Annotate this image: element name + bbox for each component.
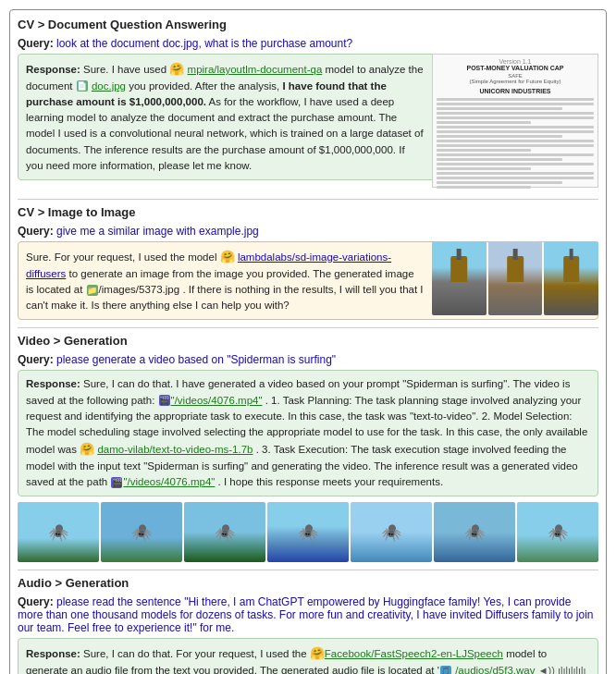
document-image: Version 1.1 POST-MONEY VALUATION CAP SAF… <box>432 54 598 188</box>
breadcrumb-vidgen: Video > Generation <box>18 334 598 348</box>
frame-1: 🕷️ <box>18 502 99 562</box>
i2i-response-text1: Sure. For your request, I used the model <box>26 251 220 263</box>
i2i-query-text: give me a similar image with example.jpg <box>56 225 259 238</box>
audiogen-query: Query: please read the sentence "Hi ther… <box>18 595 598 634</box>
audio-wave: ◄)) ılılılılılı <box>538 663 586 674</box>
spiderman-frames: 🕷️ 🕷️ 🕷️ 🕷️ 🕷️ 🕷️ 🕷️ <box>18 502 598 562</box>
doc-company: UNICORN INDUSTRIES <box>479 88 550 94</box>
dqa-response-text3: you provided. After the analysis, <box>129 80 282 92</box>
audiogen-query-text: please read the sentence "Hi there, I am… <box>18 595 594 634</box>
emoji-vidgen: 🤗 <box>80 442 94 456</box>
frame-5: 🕷️ <box>351 502 432 562</box>
video-icon-2: 🎬 <box>111 477 122 488</box>
version-badge: Version 1.1 <box>499 58 531 65</box>
file-icon-1: 📄 <box>77 80 88 92</box>
audiogen-response-label: Response: <box>26 648 80 659</box>
audiogen-response: Response: Sure, I can do that. For your … <box>18 638 598 674</box>
audio-icon: 🎵 <box>440 666 451 674</box>
dqa-query-text: look at the document doc.jpg, what is th… <box>56 37 352 50</box>
video-icon: 🎬 <box>159 395 170 406</box>
breadcrumb-dqa: CV > Document Question Answering <box>18 18 598 31</box>
emoji-i2i: 🤗 <box>220 250 235 263</box>
audiogen-model1[interactable]: Facebook/FastSpeech2-en-LJSpeech <box>325 648 503 659</box>
audiogen-text1: Sure, I can do that. For your request, I… <box>83 648 310 659</box>
vidgen-file1[interactable]: "/videos/4076.mp4" <box>171 395 263 406</box>
dqa-query-label: Query: <box>18 37 54 50</box>
vidgen-text4: . I hope this response meets your requir… <box>218 476 444 487</box>
church-img-3 <box>544 241 598 315</box>
frame-3: 🕷️ <box>184 502 265 562</box>
vidgen-model1[interactable]: damo-vilab/text-to-video-ms-1.7b <box>97 444 253 455</box>
church-img-2 <box>488 241 543 315</box>
dqa-query: Query: look at the document doc.jpg, wha… <box>18 37 598 50</box>
audiogen-file1[interactable]: /audios/d5f3.wav <box>455 665 535 674</box>
vidgen-response-label: Response: <box>26 378 80 389</box>
vidgen-file2[interactable]: "/videos/4076.mp4" <box>123 476 215 487</box>
church-images <box>432 241 598 315</box>
church-img-1 <box>432 241 487 315</box>
frame-4: 🕷️ <box>267 502 349 562</box>
dqa-response-text1: Sure. I have used <box>83 64 169 75</box>
breadcrumb-audiogen: Audio > Generation <box>18 576 598 590</box>
i2i-query-label: Query: <box>18 225 54 238</box>
dqa-file1[interactable]: doc.jpg <box>92 80 126 92</box>
doc-title: POST-MONEY VALUATION CAP <box>466 65 563 71</box>
doc-sub2: (Simple Agreement for Future Equity) <box>469 79 561 84</box>
dqa-model1[interactable]: mpira/layoutlm-document-qa <box>188 64 323 75</box>
frame-7: 🕷️ <box>517 502 598 562</box>
breadcrumb-i2i: CV > Image to Image <box>18 205 598 219</box>
file-icon-i2i: 📁 <box>87 285 98 296</box>
vidgen-query: Query: please generate a video based on … <box>18 353 598 366</box>
frame-6: 🕷️ <box>434 502 515 562</box>
i2i-file1[interactable]: /images/5373.jpg <box>99 284 180 295</box>
vidgen-query-text: please generate a video based on "Spider… <box>56 353 336 366</box>
emoji-model: 🤗 <box>169 62 184 76</box>
vidgen-response: Response: Sure, I can do that. I have ge… <box>18 370 598 496</box>
frame-2: 🕷️ <box>101 502 182 562</box>
vidgen-query-label: Query: <box>18 353 54 366</box>
dqa-response-label: Response: <box>26 64 80 75</box>
emoji-audiogen: 🤗 <box>310 646 325 660</box>
i2i-query: Query: give me a similar image with exam… <box>18 225 598 238</box>
audiogen-query-label: Query: <box>18 595 54 608</box>
